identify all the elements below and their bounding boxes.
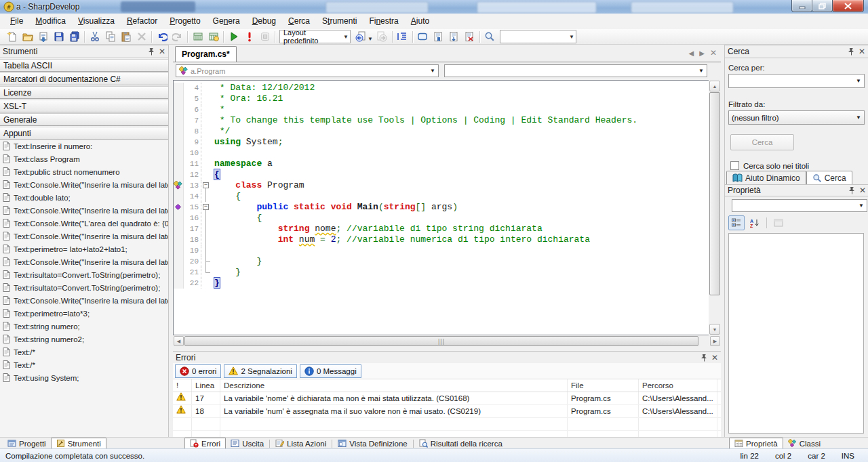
clipboard-item[interactable]: Text:public struct nomenumero — [0, 165, 168, 178]
pause-button[interactable] — [257, 30, 273, 44]
alphabetical-sort-button[interactable]: AZ — [747, 215, 763, 230]
chevron-down-icon[interactable]: ▼ — [368, 36, 373, 42]
menu-refactor[interactable]: Refactor — [121, 14, 163, 29]
menu-file[interactable]: File — [4, 14, 29, 29]
horizontal-scroll-thumb[interactable]: ||| — [184, 336, 698, 346]
errors-filter-warning[interactable]: 2 Segnalazioni — [224, 364, 296, 378]
tool-category-generale[interactable]: Generale — [0, 113, 168, 126]
clipboard-item[interactable]: Text:class Program — [0, 152, 168, 165]
fold-margin[interactable] — [201, 148, 211, 159]
property-pages-button[interactable] — [770, 215, 787, 230]
pin-icon[interactable] — [849, 187, 855, 194]
close-button[interactable] — [832, 0, 864, 12]
clipboard-item[interactable]: Text:risultato=Convert.ToString(perimetr… — [0, 281, 168, 294]
code-editor[interactable]: 4 * Data: 12/10/20125 * Ora: 16.216 *7 *… — [173, 80, 709, 335]
menu-aiuto[interactable]: Aiuto — [405, 14, 435, 29]
fold-toggle-icon[interactable]: − — [203, 204, 209, 210]
clipboard-item[interactable]: Text:Console.Write("Inserire la misura d… — [0, 230, 168, 243]
tool-category-marcatori-di-documentazione-c-[interactable]: Marcatori di documentazione C# — [0, 72, 168, 85]
column-header-file[interactable]: File — [568, 379, 639, 392]
dock-tab-errori[interactable]: Errori — [184, 438, 226, 449]
fold-margin[interactable] — [201, 93, 211, 104]
fold-margin[interactable] — [201, 115, 211, 126]
run-button[interactable] — [226, 30, 241, 44]
properties-list[interactable] — [728, 233, 864, 434]
layout-combo[interactable]: Layout predefinito▼ — [279, 30, 351, 43]
redo-button[interactable] — [170, 30, 185, 44]
fold-margin[interactable] — [201, 191, 211, 202]
clipboard-item[interactable]: Text:string numero; — [0, 320, 168, 333]
scroll-down-icon[interactable]: ▼ — [709, 324, 720, 335]
new-file-button[interactable] — [4, 30, 20, 44]
fold-toggle-icon[interactable]: − — [203, 182, 209, 188]
clipboard-item[interactable]: Text:string numero2; — [0, 333, 168, 345]
clipboard-item[interactable]: Text:perimetro=lato*3; — [0, 307, 168, 320]
navigate-forward-button[interactable] — [374, 30, 390, 44]
comment-region-button[interactable] — [415, 30, 431, 44]
bookmark-toggle-button[interactable] — [431, 30, 446, 44]
restore-button[interactable] — [812, 0, 833, 12]
clipboard-item[interactable]: Text:Console.Write("Inserire la misura d… — [0, 204, 168, 217]
save-as-button[interactable] — [35, 30, 51, 44]
editor-vertical-scrollbar[interactable]: ▲ ▼ — [709, 80, 721, 335]
tab-aiuto-dinamico[interactable]: Aiuto Dinamico — [726, 171, 806, 184]
fold-margin[interactable] — [201, 83, 211, 93]
build-button[interactable] — [190, 30, 205, 44]
scroll-right-icon[interactable]: ▶ — [710, 336, 720, 346]
navigate-back-button[interactable] — [353, 30, 368, 44]
clipboard-item[interactable]: Text:Console.Write("L'area del quadrato … — [0, 217, 168, 230]
search-for-combo[interactable]: ▼ — [728, 74, 865, 88]
fold-margin[interactable] — [201, 137, 211, 148]
clipboard-item[interactable]: Text:/* — [0, 358, 168, 371]
tab-cerca[interactable]: Cerca — [806, 171, 852, 184]
menu-strumenti[interactable]: Strumenti — [316, 14, 363, 29]
clipboard-item[interactable]: Text:risultato=Convert.ToString(perimetr… — [0, 268, 168, 281]
filter-combo[interactable]: (nessun filtro) ▼ — [728, 110, 865, 125]
delete-button[interactable] — [134, 30, 149, 44]
document-tab[interactable]: Program.cs* — [175, 46, 237, 62]
error-row[interactable]: 17La variabile 'nome' è dichiarata ma no… — [173, 392, 721, 405]
properties-object-combo[interactable]: ▼ — [732, 199, 867, 212]
clipboard-item[interactable]: Text:Inserire il numero: — [0, 140, 168, 152]
menu-visualizza[interactable]: Visualizza — [72, 14, 121, 29]
vertical-scroll-thumb[interactable] — [709, 92, 720, 295]
fold-margin[interactable] — [201, 104, 211, 115]
clipboard-item[interactable]: Text:/* — [0, 345, 168, 358]
menu-finestra[interactable]: Finestra — [363, 14, 404, 29]
menu-genera[interactable]: Genera — [207, 14, 246, 29]
dock-tab-strumenti[interactable]: Strumenti — [51, 438, 106, 449]
cut-button[interactable] — [87, 30, 102, 44]
open-file-button[interactable] — [20, 30, 35, 44]
error-row[interactable]: 18La variabile 'num' è assegnata ma il s… — [173, 405, 721, 418]
save-button[interactable] — [51, 30, 66, 44]
fold-margin[interactable] — [201, 159, 211, 169]
clipboard-item[interactable]: Text:Console.Write("Inserire la misura d… — [0, 294, 168, 307]
tool-category-appunti[interactable]: Appunti — [0, 127, 168, 140]
close-icon[interactable]: ✕ — [859, 187, 866, 194]
column-header-descrizione[interactable]: Descrizione — [220, 379, 568, 392]
dock-tab-uscita[interactable]: Uscita — [226, 438, 269, 448]
search-button[interactable]: Cerca — [730, 134, 794, 150]
pin-icon[interactable] — [149, 48, 155, 56]
dock-tab-classi[interactable]: Classi — [783, 438, 825, 448]
fold-margin[interactable] — [201, 213, 211, 224]
menu-debug[interactable]: Debug — [246, 14, 282, 29]
fold-margin[interactable]: − — [201, 202, 211, 213]
fold-margin[interactable] — [201, 256, 211, 267]
close-icon[interactable]: ✕ — [711, 354, 718, 361]
tab-close-icon[interactable]: ✕ — [710, 48, 717, 58]
menu-cerca[interactable]: Cerca — [282, 14, 316, 29]
rebuild-button[interactable] — [205, 30, 221, 44]
dock-tab-lista-azioni[interactable]: Lista Azioni — [271, 438, 331, 448]
tool-category-xsl-t[interactable]: XSL-T — [0, 100, 168, 112]
bookmark-clear-button[interactable] — [462, 30, 477, 44]
scroll-up-icon[interactable]: ▲ — [709, 81, 720, 91]
tool-category-tabella-ascii[interactable]: Tabella ASCII — [0, 59, 168, 72]
member-combo[interactable]: ▼ — [444, 64, 707, 77]
fold-margin[interactable] — [201, 278, 211, 289]
fold-margin[interactable] — [201, 224, 211, 234]
fold-margin[interactable]: − — [201, 180, 211, 191]
fold-margin[interactable] — [201, 245, 211, 256]
tool-category-licenze[interactable]: Licenze — [0, 86, 168, 99]
fold-margin[interactable] — [201, 267, 211, 278]
